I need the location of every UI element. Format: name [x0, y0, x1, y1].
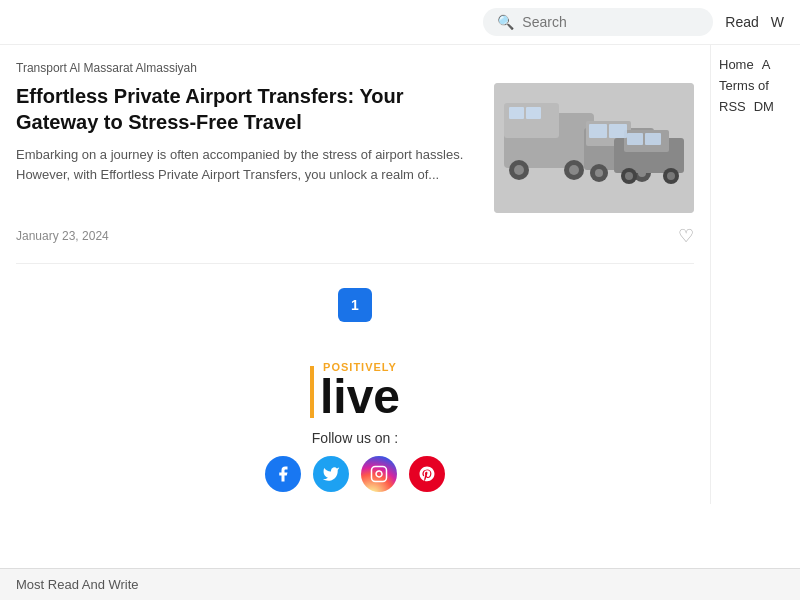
svg-point-6 — [569, 165, 579, 175]
svg-rect-20 — [526, 107, 541, 119]
brand-live: live — [320, 370, 400, 423]
page-1-button[interactable]: 1 — [338, 288, 372, 322]
svg-point-10 — [595, 169, 603, 177]
nav-w[interactable]: W — [771, 14, 784, 30]
svg-rect-25 — [372, 467, 387, 482]
facebook-icon[interactable] — [265, 456, 301, 492]
article-date: January 23, 2024 — [16, 229, 109, 243]
sidebar-row-1: Home A — [719, 57, 792, 72]
brand-section: POSITIVELY live Follow us on : — [16, 346, 694, 504]
search-wrapper[interactable]: 🔍 — [483, 8, 713, 36]
sidebar-links: Home A Terms of RSS DM — [719, 57, 792, 114]
content-area: Transport Al Massarat Almassiyah Effortl… — [0, 45, 710, 504]
svg-rect-23 — [627, 133, 643, 145]
article-text: Effortless Private Airport Transfers: Yo… — [16, 83, 482, 184]
sidebar-link-rss[interactable]: RSS — [719, 99, 746, 114]
sidebar-row-2: Terms of — [719, 78, 792, 93]
svg-rect-24 — [645, 133, 661, 145]
header: 🔍 Read W — [0, 0, 800, 45]
sidebar-link-a[interactable]: A — [762, 57, 771, 72]
brand-logo: POSITIVELY live — [16, 362, 694, 418]
article-image — [494, 83, 694, 213]
twitter-icon[interactable] — [313, 456, 349, 492]
sidebar-row-3: RSS DM — [719, 99, 792, 114]
category-tag: Transport Al Massarat Almassiyah — [16, 61, 694, 75]
sidebar: Home A Terms of RSS DM — [710, 45, 800, 504]
brand-bar — [310, 366, 314, 418]
bottom-bar: Most Read And Write — [0, 568, 800, 600]
sidebar-link-dm[interactable]: DM — [754, 99, 774, 114]
article-meta: January 23, 2024 ♡ — [16, 225, 694, 264]
instagram-icon[interactable] — [361, 456, 397, 492]
main-layout: Transport Al Massarat Almassiyah Effortl… — [0, 45, 800, 504]
svg-point-16 — [625, 172, 633, 180]
sidebar-link-home[interactable]: Home — [719, 57, 754, 72]
article-card: Effortless Private Airport Transfers: Yo… — [16, 83, 694, 213]
pinterest-icon[interactable] — [409, 456, 445, 492]
pagination: 1 — [16, 288, 694, 322]
search-icon: 🔍 — [497, 14, 514, 30]
like-button[interactable]: ♡ — [678, 225, 694, 247]
brand-text-wrapper: POSITIVELY live — [320, 362, 400, 418]
search-input[interactable] — [522, 14, 699, 30]
svg-point-18 — [667, 172, 675, 180]
svg-rect-22 — [609, 124, 627, 138]
svg-point-4 — [514, 165, 524, 175]
svg-rect-19 — [509, 107, 524, 119]
social-icons — [16, 456, 694, 492]
nav-read[interactable]: Read — [725, 14, 758, 30]
article-excerpt: Embarking on a journey is often accompan… — [16, 145, 482, 184]
svg-rect-21 — [589, 124, 607, 138]
follow-label: Follow us on : — [16, 430, 694, 446]
article-title: Effortless Private Airport Transfers: Yo… — [16, 83, 482, 135]
sidebar-link-terms[interactable]: Terms of — [719, 78, 769, 93]
bottom-bar-text: Most Read And Write — [16, 577, 139, 592]
